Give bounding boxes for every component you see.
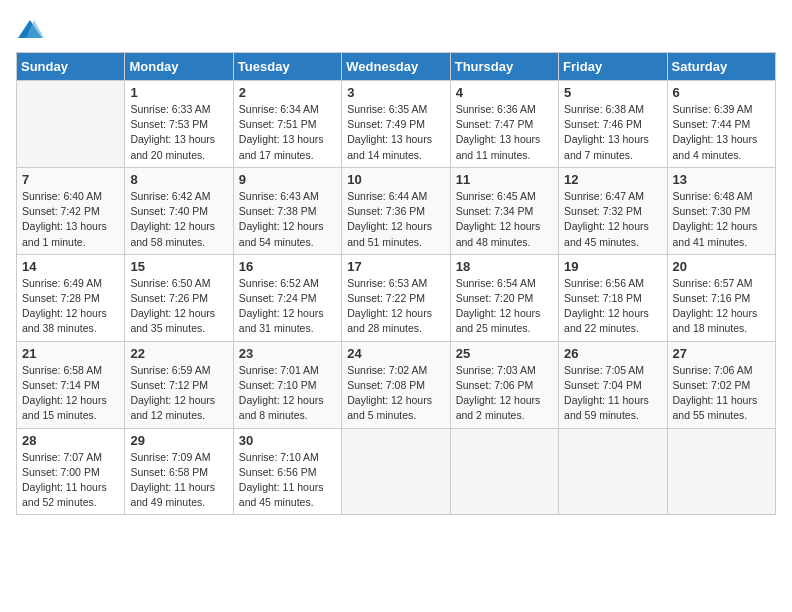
week-row-5: 28Sunrise: 7:07 AMSunset: 7:00 PMDayligh… — [17, 428, 776, 515]
day-info: Sunrise: 6:40 AMSunset: 7:42 PMDaylight:… — [22, 189, 119, 250]
day-number: 23 — [239, 346, 336, 361]
dow-header-sunday: Sunday — [17, 53, 125, 81]
calendar-cell: 22Sunrise: 6:59 AMSunset: 7:12 PMDayligh… — [125, 341, 233, 428]
day-info: Sunrise: 6:38 AMSunset: 7:46 PMDaylight:… — [564, 102, 661, 163]
calendar-cell: 16Sunrise: 6:52 AMSunset: 7:24 PMDayligh… — [233, 254, 341, 341]
calendar-body: 1Sunrise: 6:33 AMSunset: 7:53 PMDaylight… — [17, 81, 776, 515]
day-number: 25 — [456, 346, 553, 361]
calendar-cell: 21Sunrise: 6:58 AMSunset: 7:14 PMDayligh… — [17, 341, 125, 428]
day-number: 2 — [239, 85, 336, 100]
page-header — [16, 16, 776, 44]
day-number: 19 — [564, 259, 661, 274]
day-number: 21 — [22, 346, 119, 361]
calendar-cell: 20Sunrise: 6:57 AMSunset: 7:16 PMDayligh… — [667, 254, 775, 341]
day-info: Sunrise: 6:50 AMSunset: 7:26 PMDaylight:… — [130, 276, 227, 337]
day-number: 20 — [673, 259, 770, 274]
day-info: Sunrise: 7:09 AMSunset: 6:58 PMDaylight:… — [130, 450, 227, 511]
day-number: 4 — [456, 85, 553, 100]
calendar-cell: 25Sunrise: 7:03 AMSunset: 7:06 PMDayligh… — [450, 341, 558, 428]
day-info: Sunrise: 6:59 AMSunset: 7:12 PMDaylight:… — [130, 363, 227, 424]
day-info: Sunrise: 6:57 AMSunset: 7:16 PMDaylight:… — [673, 276, 770, 337]
week-row-4: 21Sunrise: 6:58 AMSunset: 7:14 PMDayligh… — [17, 341, 776, 428]
day-info: Sunrise: 7:10 AMSunset: 6:56 PMDaylight:… — [239, 450, 336, 511]
dow-header-tuesday: Tuesday — [233, 53, 341, 81]
calendar-cell: 18Sunrise: 6:54 AMSunset: 7:20 PMDayligh… — [450, 254, 558, 341]
calendar-cell: 19Sunrise: 6:56 AMSunset: 7:18 PMDayligh… — [559, 254, 667, 341]
calendar-cell: 3Sunrise: 6:35 AMSunset: 7:49 PMDaylight… — [342, 81, 450, 168]
day-info: Sunrise: 6:42 AMSunset: 7:40 PMDaylight:… — [130, 189, 227, 250]
day-info: Sunrise: 6:45 AMSunset: 7:34 PMDaylight:… — [456, 189, 553, 250]
day-number: 1 — [130, 85, 227, 100]
day-info: Sunrise: 6:43 AMSunset: 7:38 PMDaylight:… — [239, 189, 336, 250]
day-info: Sunrise: 7:03 AMSunset: 7:06 PMDaylight:… — [456, 363, 553, 424]
calendar-cell: 14Sunrise: 6:49 AMSunset: 7:28 PMDayligh… — [17, 254, 125, 341]
day-number: 26 — [564, 346, 661, 361]
day-number: 15 — [130, 259, 227, 274]
logo-icon — [16, 16, 44, 44]
calendar-cell: 24Sunrise: 7:02 AMSunset: 7:08 PMDayligh… — [342, 341, 450, 428]
day-number: 13 — [673, 172, 770, 187]
calendar-cell: 28Sunrise: 7:07 AMSunset: 7:00 PMDayligh… — [17, 428, 125, 515]
day-info: Sunrise: 6:52 AMSunset: 7:24 PMDaylight:… — [239, 276, 336, 337]
day-info: Sunrise: 6:36 AMSunset: 7:47 PMDaylight:… — [456, 102, 553, 163]
day-info: Sunrise: 6:47 AMSunset: 7:32 PMDaylight:… — [564, 189, 661, 250]
day-info: Sunrise: 6:49 AMSunset: 7:28 PMDaylight:… — [22, 276, 119, 337]
calendar-cell: 6Sunrise: 6:39 AMSunset: 7:44 PMDaylight… — [667, 81, 775, 168]
day-info: Sunrise: 7:01 AMSunset: 7:10 PMDaylight:… — [239, 363, 336, 424]
days-of-week-row: SundayMondayTuesdayWednesdayThursdayFrid… — [17, 53, 776, 81]
day-info: Sunrise: 6:54 AMSunset: 7:20 PMDaylight:… — [456, 276, 553, 337]
dow-header-thursday: Thursday — [450, 53, 558, 81]
calendar-cell: 11Sunrise: 6:45 AMSunset: 7:34 PMDayligh… — [450, 167, 558, 254]
day-number: 29 — [130, 433, 227, 448]
calendar-cell: 1Sunrise: 6:33 AMSunset: 7:53 PMDaylight… — [125, 81, 233, 168]
calendar-cell — [667, 428, 775, 515]
day-info: Sunrise: 6:44 AMSunset: 7:36 PMDaylight:… — [347, 189, 444, 250]
calendar-cell: 7Sunrise: 6:40 AMSunset: 7:42 PMDaylight… — [17, 167, 125, 254]
day-number: 8 — [130, 172, 227, 187]
day-info: Sunrise: 6:48 AMSunset: 7:30 PMDaylight:… — [673, 189, 770, 250]
calendar-cell: 2Sunrise: 6:34 AMSunset: 7:51 PMDaylight… — [233, 81, 341, 168]
calendar-cell: 26Sunrise: 7:05 AMSunset: 7:04 PMDayligh… — [559, 341, 667, 428]
dow-header-monday: Monday — [125, 53, 233, 81]
day-info: Sunrise: 7:02 AMSunset: 7:08 PMDaylight:… — [347, 363, 444, 424]
day-number: 6 — [673, 85, 770, 100]
calendar-table: SundayMondayTuesdayWednesdayThursdayFrid… — [16, 52, 776, 515]
calendar-cell: 4Sunrise: 6:36 AMSunset: 7:47 PMDaylight… — [450, 81, 558, 168]
calendar-cell: 23Sunrise: 7:01 AMSunset: 7:10 PMDayligh… — [233, 341, 341, 428]
calendar-cell — [450, 428, 558, 515]
dow-header-saturday: Saturday — [667, 53, 775, 81]
dow-header-wednesday: Wednesday — [342, 53, 450, 81]
calendar-cell — [17, 81, 125, 168]
day-number: 5 — [564, 85, 661, 100]
day-number: 17 — [347, 259, 444, 274]
calendar-cell: 29Sunrise: 7:09 AMSunset: 6:58 PMDayligh… — [125, 428, 233, 515]
day-number: 16 — [239, 259, 336, 274]
day-number: 3 — [347, 85, 444, 100]
day-number: 24 — [347, 346, 444, 361]
day-info: Sunrise: 6:33 AMSunset: 7:53 PMDaylight:… — [130, 102, 227, 163]
day-number: 30 — [239, 433, 336, 448]
day-info: Sunrise: 6:35 AMSunset: 7:49 PMDaylight:… — [347, 102, 444, 163]
calendar-cell — [559, 428, 667, 515]
day-info: Sunrise: 6:58 AMSunset: 7:14 PMDaylight:… — [22, 363, 119, 424]
day-number: 7 — [22, 172, 119, 187]
calendar-cell — [342, 428, 450, 515]
day-info: Sunrise: 7:06 AMSunset: 7:02 PMDaylight:… — [673, 363, 770, 424]
day-info: Sunrise: 7:05 AMSunset: 7:04 PMDaylight:… — [564, 363, 661, 424]
day-number: 11 — [456, 172, 553, 187]
dow-header-friday: Friday — [559, 53, 667, 81]
calendar-cell: 13Sunrise: 6:48 AMSunset: 7:30 PMDayligh… — [667, 167, 775, 254]
week-row-1: 1Sunrise: 6:33 AMSunset: 7:53 PMDaylight… — [17, 81, 776, 168]
day-number: 18 — [456, 259, 553, 274]
day-info: Sunrise: 6:39 AMSunset: 7:44 PMDaylight:… — [673, 102, 770, 163]
calendar-cell: 30Sunrise: 7:10 AMSunset: 6:56 PMDayligh… — [233, 428, 341, 515]
day-info: Sunrise: 6:53 AMSunset: 7:22 PMDaylight:… — [347, 276, 444, 337]
week-row-3: 14Sunrise: 6:49 AMSunset: 7:28 PMDayligh… — [17, 254, 776, 341]
calendar-cell: 5Sunrise: 6:38 AMSunset: 7:46 PMDaylight… — [559, 81, 667, 168]
day-number: 12 — [564, 172, 661, 187]
calendar-cell: 12Sunrise: 6:47 AMSunset: 7:32 PMDayligh… — [559, 167, 667, 254]
logo — [16, 16, 48, 44]
day-info: Sunrise: 6:56 AMSunset: 7:18 PMDaylight:… — [564, 276, 661, 337]
calendar-cell: 15Sunrise: 6:50 AMSunset: 7:26 PMDayligh… — [125, 254, 233, 341]
day-number: 28 — [22, 433, 119, 448]
